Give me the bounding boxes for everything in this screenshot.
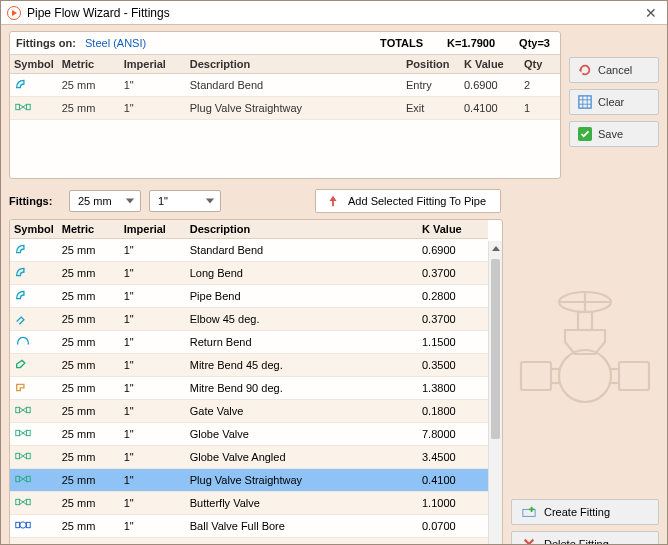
add-fitting-button[interactable]: Add Selected Fitting To Pipe xyxy=(315,189,501,213)
fittings-on-panel: Fittings on: Steel (ANSI) TOTALS K=1.790… xyxy=(9,31,561,179)
svg-rect-33 xyxy=(521,362,551,390)
lib-col-metric: Metric xyxy=(58,220,120,239)
svg-point-32 xyxy=(559,350,611,402)
svg-rect-1 xyxy=(27,104,31,109)
delete-fitting-button[interactable]: Delete Fitting xyxy=(511,531,659,545)
fitting-symbol-icon xyxy=(10,446,58,469)
lib-col-k: K Value xyxy=(418,220,488,239)
undo-icon xyxy=(578,63,592,77)
fittings-on-label: Fittings on: xyxy=(10,37,85,49)
delete-icon xyxy=(522,537,536,545)
table-row[interactable]: 25 mm1"Long Bend0.3700 xyxy=(10,262,488,285)
svg-rect-16 xyxy=(16,499,20,504)
cancel-button[interactable]: Cancel xyxy=(569,57,659,83)
fitting-symbol-icon xyxy=(10,331,58,354)
table-row[interactable]: 25 mm1"Standard BendEntry0.69002 xyxy=(10,74,560,97)
titlebar: Pipe Flow Wizard - Fittings ✕ xyxy=(1,1,667,25)
table-row[interactable]: 25 mm1"Globe Valve7.8000 xyxy=(10,423,488,446)
scroll-thumb[interactable] xyxy=(491,259,500,439)
col-desc: Description xyxy=(186,55,402,74)
fitting-symbol-icon xyxy=(10,515,58,538)
fitting-symbol-icon xyxy=(10,285,58,308)
table-row[interactable]: 25 mm1"Gate Valve0.1800 xyxy=(10,400,488,423)
col-pos: Position xyxy=(402,55,460,74)
table-row[interactable]: 25 mm1"Butterfly Valve1.1000 xyxy=(10,492,488,515)
table-row[interactable]: 25 mm1"Mitre Bend 90 deg.1.3800 xyxy=(10,377,488,400)
table-row[interactable]: 25 mm1"Plug Valve StraightwayExit0.41001 xyxy=(10,97,560,120)
fitting-symbol-icon xyxy=(10,423,58,446)
create-fitting-button[interactable]: Create Fitting xyxy=(511,499,659,525)
col-imperial: Imperial xyxy=(120,55,186,74)
svg-rect-20 xyxy=(27,522,31,527)
svg-rect-10 xyxy=(16,430,20,435)
fittings-library-table: Symbol Metric Imperial Description K Val… xyxy=(10,220,488,545)
arrow-up-icon xyxy=(326,194,340,208)
fittings-library-panel: Symbol Metric Imperial Description K Val… xyxy=(9,219,503,545)
totals-label: TOTALS xyxy=(380,37,423,49)
fittings-on-table: Symbol Metric Imperial Description Posit… xyxy=(10,54,560,120)
svg-rect-39 xyxy=(523,509,535,516)
table-row[interactable]: 25 mm1"Return Bend1.1500 xyxy=(10,331,488,354)
fitting-symbol-icon xyxy=(10,377,58,400)
save-button[interactable]: Save xyxy=(569,121,659,147)
svg-rect-18 xyxy=(16,522,20,527)
fitting-symbol-icon xyxy=(10,239,58,262)
fitting-symbol-icon xyxy=(10,492,58,515)
metric-select[interactable]: 25 mm xyxy=(69,190,141,212)
svg-rect-15 xyxy=(27,476,31,481)
fitting-symbol-icon xyxy=(10,400,58,423)
table-row[interactable]: 25 mm1"Ball Valve Full Bore0.0700 xyxy=(10,515,488,538)
lib-col-imperial: Imperial xyxy=(120,220,186,239)
svg-rect-2 xyxy=(579,96,591,108)
fitting-symbol-icon xyxy=(10,538,58,546)
svg-point-19 xyxy=(20,522,26,528)
lib-col-desc: Description xyxy=(186,220,418,239)
col-metric: Metric xyxy=(58,55,120,74)
table-row[interactable]: 25 mm1"Globe Valve Angled3.4500 xyxy=(10,446,488,469)
svg-rect-31 xyxy=(578,312,592,330)
pipe-material: Steel (ANSI) xyxy=(85,37,146,49)
table-row[interactable]: 25 mm1"Ball Valve Reduced Bore2.4000 xyxy=(10,538,488,546)
grid-icon xyxy=(578,95,592,109)
svg-rect-9 xyxy=(27,407,31,412)
app-icon xyxy=(7,6,21,20)
fittings-label: Fittings: xyxy=(9,195,61,207)
svg-rect-8 xyxy=(16,407,20,412)
col-symbol: Symbol xyxy=(10,55,58,74)
totals-k: K=1.7900 xyxy=(447,37,495,49)
svg-rect-34 xyxy=(619,362,649,390)
table-row[interactable]: 25 mm1"Mitre Bend 45 deg.0.3500 xyxy=(10,354,488,377)
fitting-symbol-icon xyxy=(10,74,58,97)
svg-rect-12 xyxy=(16,453,20,458)
svg-rect-13 xyxy=(27,453,31,458)
fitting-symbol-icon xyxy=(10,354,58,377)
col-k: K Value xyxy=(460,55,520,74)
window-title: Pipe Flow Wizard - Fittings xyxy=(27,6,170,20)
plus-icon xyxy=(522,505,536,519)
svg-rect-14 xyxy=(16,476,20,481)
fitting-symbol-icon xyxy=(10,469,58,492)
table-row[interactable]: 25 mm1"Standard Bend0.6900 xyxy=(10,239,488,262)
scrollbar[interactable] xyxy=(488,241,502,545)
fitting-preview-image xyxy=(511,219,659,499)
table-row[interactable]: 25 mm1"Elbow 45 deg.0.3700 xyxy=(10,308,488,331)
table-row[interactable]: 25 mm1"Plug Valve Straightway0.4100 xyxy=(10,469,488,492)
svg-rect-0 xyxy=(16,104,20,109)
clear-button[interactable]: Clear xyxy=(569,89,659,115)
imperial-select[interactable]: 1" xyxy=(149,190,221,212)
totals-qty: Qty=3 xyxy=(519,37,550,49)
scroll-up-icon[interactable] xyxy=(489,241,502,255)
table-row[interactable]: 25 mm1"Pipe Bend0.2800 xyxy=(10,285,488,308)
col-qty: Qty xyxy=(520,55,560,74)
check-icon xyxy=(578,127,592,141)
lib-col-symbol: Symbol xyxy=(10,220,58,239)
fitting-symbol-icon xyxy=(10,97,58,120)
svg-rect-11 xyxy=(27,430,31,435)
svg-rect-17 xyxy=(27,499,31,504)
fitting-symbol-icon xyxy=(10,308,58,331)
close-icon[interactable]: ✕ xyxy=(641,5,661,21)
fitting-symbol-icon xyxy=(10,262,58,285)
